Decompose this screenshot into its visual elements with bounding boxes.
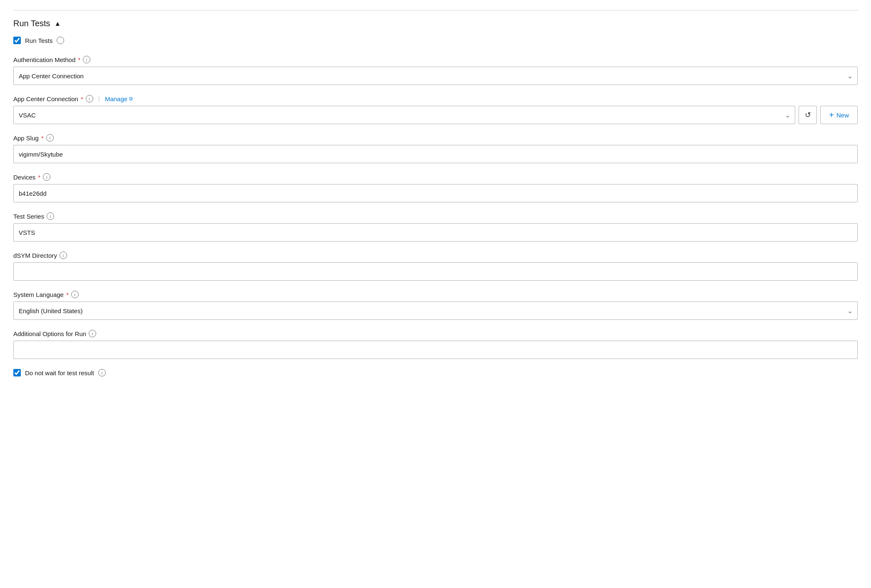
pipe-separator: |	[98, 95, 100, 102]
additional-options-info-icon[interactable]: i	[89, 330, 96, 337]
new-button-plus-icon: +	[829, 110, 834, 120]
system-language-label: System Language	[13, 291, 64, 298]
test-series-info-icon[interactable]: i	[47, 212, 54, 220]
app-slug-required: *	[41, 135, 44, 142]
do-not-wait-label: Do not wait for test result	[25, 369, 94, 376]
run-tests-info-icon[interactable]	[57, 37, 64, 44]
test-series-label: Test Series	[13, 213, 44, 220]
do-not-wait-info-icon[interactable]: i	[98, 369, 106, 376]
system-language-select-wrapper: English (United States) ⌄	[13, 301, 858, 320]
dsym-directory-label: dSYM Directory	[13, 252, 57, 259]
devices-info-icon[interactable]: i	[43, 173, 50, 181]
dsym-directory-label-row: dSYM Directory i	[13, 252, 858, 259]
system-language-label-row: System Language * i	[13, 291, 858, 298]
page-container: Run Tests ▲ Run Tests Authentication Met…	[0, 0, 871, 588]
additional-options-input[interactable]	[13, 341, 858, 359]
app-center-connection-label-row: App Center Connection * i | Manage ⧉	[13, 95, 858, 102]
app-slug-label-row: App Slug * i	[13, 134, 858, 142]
run-tests-checkbox[interactable]	[13, 37, 21, 44]
authentication-method-required: *	[78, 56, 80, 63]
devices-required: *	[38, 174, 40, 181]
app-slug-row: App Slug * i	[13, 134, 858, 163]
authentication-method-label: Authentication Method	[13, 56, 75, 63]
devices-row: Devices * i	[13, 173, 858, 202]
app-slug-label: App Slug	[13, 135, 39, 142]
app-center-connection-info-icon[interactable]: i	[86, 95, 93, 102]
manage-link-label: Manage	[105, 95, 127, 102]
app-slug-input[interactable]	[13, 145, 858, 163]
external-link-icon: ⧉	[129, 96, 133, 102]
app-center-connection-required: *	[81, 95, 83, 102]
connection-select-row: VSAC ⌄ ↺ + New	[13, 106, 858, 124]
manage-link[interactable]: Manage ⧉	[105, 95, 133, 102]
devices-label-row: Devices * i	[13, 173, 858, 181]
system-language-row: System Language * i English (United Stat…	[13, 291, 858, 320]
dsym-directory-info-icon[interactable]: i	[60, 252, 67, 259]
run-tests-label: Run Tests	[25, 37, 52, 44]
test-series-label-row: Test Series i	[13, 212, 858, 220]
section-title: Run Tests	[13, 19, 50, 28]
dsym-directory-input[interactable]	[13, 262, 858, 281]
devices-label: Devices	[13, 174, 35, 181]
do-not-wait-checkbox[interactable]	[13, 369, 21, 376]
connection-select-wrapper: VSAC ⌄	[13, 106, 795, 124]
test-series-input[interactable]	[13, 223, 858, 242]
system-language-info-icon[interactable]: i	[71, 291, 79, 298]
additional-options-row: Additional Options for Run i	[13, 330, 858, 359]
run-tests-row: Run Tests	[13, 37, 858, 44]
additional-options-label-row: Additional Options for Run i	[13, 330, 858, 337]
section-chevron-icon[interactable]: ▲	[55, 20, 61, 27]
authentication-method-row: Authentication Method * i App Center Con…	[13, 56, 858, 85]
authentication-method-select-wrapper: App Center Connection ⌄	[13, 67, 858, 85]
authentication-method-info-icon[interactable]: i	[83, 56, 90, 63]
app-center-connection-label: App Center Connection	[13, 95, 78, 102]
devices-input[interactable]	[13, 184, 858, 202]
section-header: Run Tests ▲	[13, 10, 858, 28]
test-series-row: Test Series i	[13, 212, 858, 242]
dsym-directory-row: dSYM Directory i	[13, 252, 858, 281]
new-button[interactable]: + New	[820, 106, 858, 124]
system-language-required: *	[66, 291, 69, 298]
authentication-method-label-row: Authentication Method * i	[13, 56, 858, 63]
refresh-button[interactable]: ↺	[799, 106, 817, 124]
authentication-method-select[interactable]: App Center Connection	[13, 67, 858, 85]
app-center-connection-select[interactable]: VSAC	[13, 106, 795, 124]
app-center-connection-row: App Center Connection * i | Manage ⧉ VSA…	[13, 95, 858, 124]
additional-options-label: Additional Options for Run	[13, 330, 86, 337]
system-language-select[interactable]: English (United States)	[13, 301, 858, 320]
new-button-label: New	[836, 112, 849, 119]
do-not-wait-row: Do not wait for test result i	[13, 369, 858, 376]
app-slug-info-icon[interactable]: i	[46, 134, 54, 142]
